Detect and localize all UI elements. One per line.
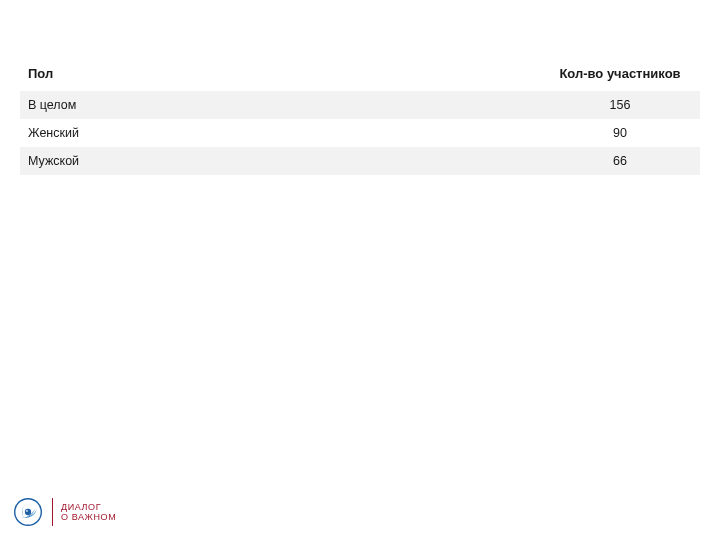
table-header-row: Пол Кол-во участников (20, 56, 700, 91)
footer-line1: ДИАЛОГ (61, 502, 116, 512)
cell-count: 156 (540, 91, 700, 119)
table-row: Мужской 66 (20, 147, 700, 175)
rosatom-logo-icon (14, 498, 42, 526)
footer-brand-text: ДИАЛОГ О ВАЖНОМ (61, 502, 116, 523)
participants-table: Пол Кол-во участников В целом 156 Женски… (20, 56, 700, 175)
footer-divider (52, 498, 53, 526)
table-row: В целом 156 (20, 91, 700, 119)
svg-point-1 (25, 509, 31, 515)
cell-count: 90 (540, 119, 700, 147)
column-header-category: Пол (20, 56, 540, 91)
main-content: Пол Кол-во участников В целом 156 Женски… (0, 0, 720, 175)
table-row: Женский 90 (20, 119, 700, 147)
cell-category: Женский (20, 119, 540, 147)
footer: ДИАЛОГ О ВАЖНОМ (14, 498, 116, 526)
footer-line2: О ВАЖНОМ (61, 512, 116, 522)
svg-point-2 (26, 510, 28, 512)
cell-count: 66 (540, 147, 700, 175)
cell-category: В целом (20, 91, 540, 119)
cell-category: Мужской (20, 147, 540, 175)
column-header-count: Кол-во участников (540, 56, 700, 91)
